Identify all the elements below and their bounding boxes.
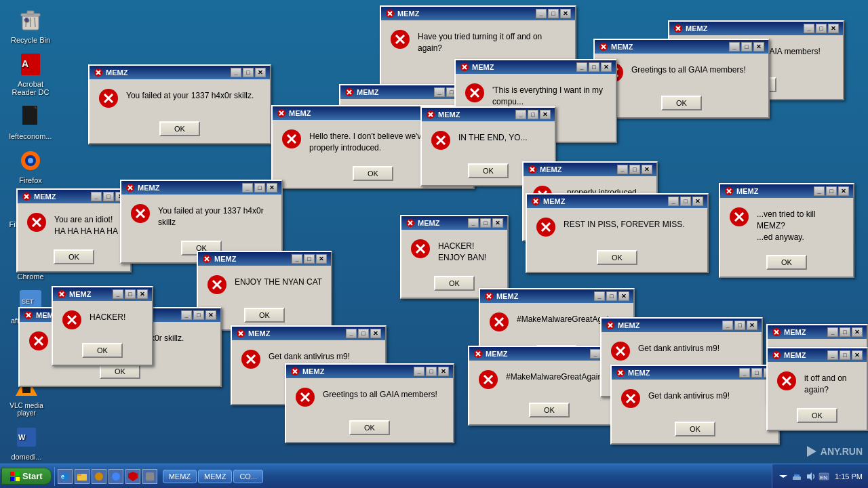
- ok-button[interactable]: OK: [468, 163, 509, 178]
- ok-button[interactable]: OK: [349, 420, 390, 435]
- close-button[interactable]: ✕: [438, 367, 449, 376]
- dialog-d19[interactable]: MEMZ _ □ ✕ Greetings to all GAIA members…: [285, 363, 454, 443]
- minimize-button[interactable]: _: [292, 254, 302, 264]
- dialog-d2[interactable]: MEMZ _ □ ✕ You failed at your 1337 h4x0r…: [88, 64, 271, 144]
- dialog-d25[interactable]: MEMZ _ □ ✕ HACKER! OK: [52, 286, 153, 366]
- dialog-d22[interactable]: MEMZ _ □ ✕ Get dank antivirus m9! OK: [610, 365, 780, 445]
- close-button[interactable]: ✕: [205, 310, 216, 320]
- taskbar-chrome-icon[interactable]: [108, 469, 123, 484]
- maximize-button[interactable]: □: [734, 321, 745, 330]
- minimize-button[interactable]: _: [729, 42, 740, 52]
- minimize-button[interactable]: _: [722, 321, 733, 330]
- domedi-icon[interactable]: W domedi...: [3, 424, 50, 461]
- dialog-d12[interactable]: MEMZ _ □ ✕ REST IN PISS, FOREVER MISS. O…: [526, 193, 709, 273]
- taskbar-settings-icon[interactable]: [142, 469, 157, 484]
- close-button[interactable]: ✕: [852, 327, 863, 337]
- taskbar-shield-icon[interactable]: [125, 469, 140, 484]
- close-button[interactable]: ✕: [540, 110, 551, 119]
- acrobat-icon[interactable]: A Acrobat Reader DC: [7, 51, 54, 96]
- close-button[interactable]: ✕: [255, 68, 266, 77]
- recycle-bin-icon[interactable]: ♻ Recycle Bin: [7, 7, 54, 44]
- minimize-button[interactable]: _: [414, 367, 425, 376]
- maximize-button[interactable]: □: [426, 367, 437, 376]
- dialog-d15[interactable]: MEMZ _ □ ✕ HACKER!ENJOY BAN! OK: [400, 215, 509, 299]
- ok-button[interactable]: OK: [766, 255, 807, 270]
- taskbar-item-3[interactable]: CO...: [233, 470, 263, 483]
- minimize-button[interactable]: _: [468, 218, 479, 228]
- minimize-button[interactable]: _: [231, 68, 241, 77]
- minimize-button[interactable]: _: [668, 197, 679, 206]
- close-button[interactable]: ✕: [828, 24, 839, 33]
- close-button[interactable]: ✕: [753, 42, 764, 52]
- maximize-button[interactable]: □: [840, 327, 850, 337]
- ok-button[interactable]: OK: [529, 403, 570, 418]
- maximize-button[interactable]: □: [103, 192, 114, 201]
- maximize-button[interactable]: □: [606, 291, 617, 301]
- lefteconom-icon[interactable]: lefteconom...: [7, 103, 54, 140]
- tray-expand-icon[interactable]: [778, 471, 789, 482]
- firefox-icon[interactable]: Firefox: [7, 147, 54, 184]
- maximize-button[interactable]: □: [548, 9, 559, 18]
- minimize-button[interactable]: _: [827, 350, 838, 360]
- minimize-button[interactable]: _: [804, 24, 814, 33]
- dialog-d10[interactable]: MEMZ _ □ ✕ You are an idiot!HA HA HA HA …: [16, 188, 132, 272]
- minimize-button[interactable]: _: [113, 289, 123, 299]
- taskbar-ie-icon[interactable]: e: [58, 469, 73, 484]
- dialog-d13[interactable]: MEMZ _ □ ✕ ...ven tried to kill MEMZ?...…: [719, 183, 854, 278]
- ok-button[interactable]: OK: [54, 249, 94, 264]
- maximize-button[interactable]: □: [840, 350, 850, 360]
- ok-button[interactable]: OK: [434, 276, 475, 291]
- close-button[interactable]: ✕: [492, 218, 503, 228]
- close-button[interactable]: ✕: [316, 254, 327, 264]
- close-button[interactable]: ✕: [692, 197, 703, 206]
- start-button[interactable]: Start: [1, 468, 52, 485]
- maximize-button[interactable]: □: [528, 110, 538, 119]
- taskbar-media-icon[interactable]: [92, 469, 106, 484]
- ok-button[interactable]: OK: [661, 96, 702, 110]
- taskbar-item-1[interactable]: MEMZ: [163, 470, 197, 483]
- minimize-button[interactable]: _: [739, 368, 750, 378]
- dialog-d24[interactable]: MEMZ _ □ ✕ it off and on again? OK: [766, 347, 868, 431]
- minimize-button[interactable]: _: [814, 186, 825, 196]
- minimize-button[interactable]: _: [91, 192, 102, 201]
- taskbar-folder-icon[interactable]: [75, 469, 90, 484]
- ok-button[interactable]: OK: [597, 250, 637, 265]
- minimize-button[interactable]: _: [594, 291, 605, 301]
- ok-button[interactable]: OK: [675, 422, 715, 436]
- maximize-button[interactable]: □: [480, 218, 491, 228]
- maximize-button[interactable]: □: [741, 42, 752, 52]
- maximize-button[interactable]: □: [304, 254, 315, 264]
- ok-button[interactable]: OK: [353, 166, 393, 181]
- dialog-d4[interactable]: MEMZ _ □ ✕ Greetings to all GAIA members…: [593, 39, 770, 119]
- close-button[interactable]: ✕: [747, 321, 757, 330]
- maximize-button[interactable]: □: [826, 186, 837, 196]
- minimize-button[interactable]: _: [515, 110, 526, 119]
- maximize-button[interactable]: □: [589, 62, 599, 72]
- maximize-button[interactable]: □: [125, 289, 136, 299]
- maximize-button[interactable]: □: [254, 183, 265, 192]
- maximize-button[interactable]: □: [680, 197, 691, 206]
- maximize-button[interactable]: □: [358, 329, 369, 338]
- close-button[interactable]: ✕: [267, 183, 277, 192]
- minimize-button[interactable]: _: [617, 165, 628, 174]
- close-button[interactable]: ✕: [852, 350, 863, 360]
- ok-button[interactable]: OK: [100, 364, 140, 379]
- minimize-button[interactable]: _: [590, 349, 601, 359]
- minimize-button[interactable]: _: [181, 310, 192, 320]
- close-button[interactable]: ✕: [137, 289, 148, 299]
- maximize-button[interactable]: □: [193, 310, 204, 320]
- close-button[interactable]: ✕: [601, 62, 612, 72]
- minimize-button[interactable]: _: [346, 329, 357, 338]
- close-button[interactable]: ✕: [370, 329, 381, 338]
- maximize-button[interactable]: □: [816, 24, 827, 33]
- close-button[interactable]: ✕: [560, 9, 571, 18]
- maximize-button[interactable]: □: [751, 368, 762, 378]
- ok-button[interactable]: OK: [159, 121, 200, 136]
- minimize-button[interactable]: _: [576, 62, 587, 72]
- maximize-button[interactable]: □: [243, 68, 254, 77]
- minimize-button[interactable]: _: [536, 9, 547, 18]
- taskbar-item-2[interactable]: MEMZ: [198, 470, 232, 483]
- close-button[interactable]: ✕: [642, 165, 652, 174]
- ok-button[interactable]: OK: [244, 308, 285, 323]
- minimize-button[interactable]: _: [827, 327, 838, 337]
